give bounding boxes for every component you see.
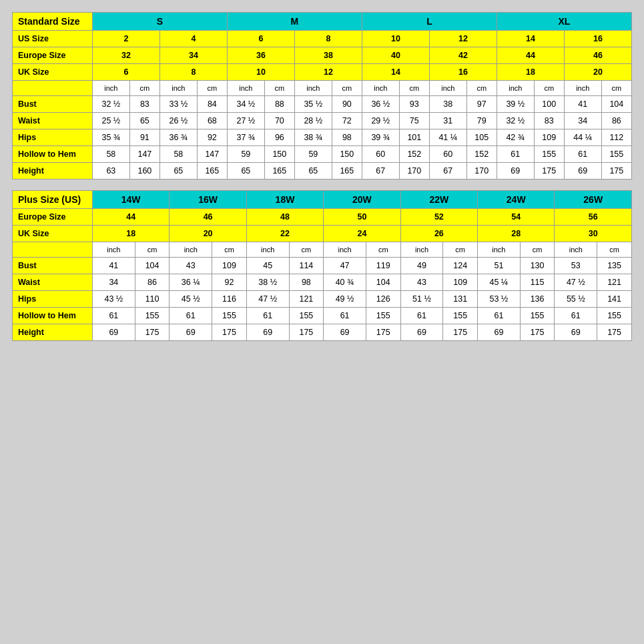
hips-m6-cm: 96: [264, 129, 294, 146]
unit-spacer: [13, 81, 93, 96]
unit-inch: inch: [227, 81, 264, 96]
pw-20w-cm: 104: [366, 274, 400, 291]
waist-xl16-inch: 34: [564, 113, 601, 129]
uk-8: 8: [159, 64, 227, 81]
plus-hollow-to-hem-label: Hollow to Hem: [13, 308, 93, 324]
eu-36: 36: [227, 47, 294, 64]
bust-m6-inch: 34 ½: [227, 96, 264, 113]
eu-46: 46: [564, 47, 631, 64]
unit-inch: inch: [429, 81, 466, 96]
uk-14: 14: [362, 64, 429, 81]
ph-18w-inch: 47 ½: [246, 291, 289, 308]
us-size-14: 14: [497, 31, 564, 47]
waist-s4-cm: 68: [197, 113, 227, 129]
plus-eu-56: 56: [555, 209, 632, 226]
bust-xl16-cm: 104: [601, 96, 631, 113]
pw-14w-inch: 34: [93, 274, 135, 291]
ht-m6-cm: 165: [264, 163, 294, 180]
ph-16w-cm: 116: [212, 291, 247, 308]
hips-s4-inch: 36 ¾: [159, 129, 197, 146]
plus-eu-54: 54: [478, 209, 555, 226]
ph2h-24w-cm: 155: [520, 308, 555, 324]
hips-m6-inch: 37 ¾: [227, 129, 264, 146]
pht-14w-cm: 175: [135, 324, 170, 341]
pht-18w-inch: 69: [246, 324, 289, 341]
pw-18w-inch: 38 ½: [246, 274, 289, 291]
standard-size-label: Standard Size: [13, 13, 93, 31]
waist-l10-inch: 29 ½: [362, 113, 399, 129]
bust-xl14-cm: 100: [534, 96, 564, 113]
waist-xl16-cm: 86: [601, 113, 631, 129]
eu-42: 42: [429, 47, 497, 64]
h2h-l12-cm: 152: [466, 146, 497, 163]
waist-l10-cm: 75: [399, 113, 429, 129]
ht-xl14-inch: 69: [497, 163, 534, 180]
waist-s4-inch: 26 ½: [159, 113, 197, 129]
plus-waist-label: Waist: [13, 274, 93, 291]
pw-26w-cm: 121: [597, 274, 632, 291]
plus-uk-18: 18: [93, 226, 170, 242]
hips-xl16-inch: 44 ¼: [564, 129, 601, 146]
ht-m6-inch: 65: [227, 163, 264, 180]
eu-44: 44: [497, 47, 564, 64]
waist-m8-cm: 72: [332, 113, 362, 129]
plus-unit-inch: inch: [170, 242, 212, 258]
pht-24w-cm: 175: [520, 324, 555, 341]
plus-bust-label: Bust: [13, 258, 93, 274]
size-14w: 14W: [93, 191, 170, 209]
hips-xl16-cm: 112: [601, 129, 631, 146]
waist-xl14-inch: 32 ½: [497, 113, 534, 129]
plus-unit-inch: inch: [324, 242, 366, 258]
ht-s2-inch: 63: [93, 163, 130, 180]
h2h-s4-inch: 58: [159, 146, 197, 163]
ph2h-18w-cm: 155: [289, 308, 324, 324]
h2h-m8-cm: 150: [332, 146, 362, 163]
h2h-l10-cm: 152: [399, 146, 429, 163]
pb-22w-cm: 124: [443, 258, 478, 274]
eu-34: 34: [159, 47, 227, 64]
pw-24w-cm: 115: [520, 274, 555, 291]
waist-m6-inch: 27 ½: [227, 113, 264, 129]
plus-uk-size-label: UK Size: [13, 226, 93, 242]
plus-eu-44: 44: [93, 209, 170, 226]
ph-24w-inch: 53 ½: [478, 291, 521, 308]
ph2h-16w-inch: 61: [170, 308, 212, 324]
bust-m8-cm: 90: [332, 96, 362, 113]
pb-20w-cm: 119: [366, 258, 400, 274]
ph2h-18w-inch: 61: [246, 308, 289, 324]
plus-unit-cm: cm: [366, 242, 400, 258]
bust-s2-inch: 32 ½: [93, 96, 130, 113]
ph2h-20w-inch: 61: [324, 308, 366, 324]
standard-size-table: Standard Size S M L XL US Size 2 4 6 8 1…: [12, 12, 632, 180]
us-size-10: 10: [362, 31, 429, 47]
us-size-2: 2: [93, 31, 160, 47]
h2h-m6-cm: 150: [264, 146, 294, 163]
plus-unit-inch: inch: [555, 242, 597, 258]
unit-inch: inch: [159, 81, 197, 96]
h2h-xl14-cm: 155: [534, 146, 564, 163]
size-20w: 20W: [324, 191, 400, 209]
ph-18w-cm: 121: [289, 291, 324, 308]
uk-18: 18: [497, 64, 564, 81]
unit-inch: inch: [497, 81, 534, 96]
unit-cm: cm: [601, 81, 631, 96]
pb-16w-inch: 43: [170, 258, 212, 274]
pb-24w-inch: 51: [478, 258, 521, 274]
bust-l12-inch: 38: [429, 96, 466, 113]
ph2h-16w-cm: 155: [212, 308, 247, 324]
s-header: S: [93, 13, 228, 31]
uk-16: 16: [429, 64, 497, 81]
hollow-to-hem-label: Hollow to Hem: [13, 146, 93, 163]
us-size-12: 12: [429, 31, 497, 47]
plus-uk-20: 20: [170, 226, 246, 242]
pht-20w-inch: 69: [324, 324, 366, 341]
pw-16w-inch: 36 ¼: [170, 274, 212, 291]
pht-26w-inch: 69: [555, 324, 597, 341]
ph-22w-cm: 131: [443, 291, 478, 308]
waist-l12-cm: 79: [466, 113, 497, 129]
hips-l12-cm: 105: [466, 129, 497, 146]
pht-22w-inch: 69: [400, 324, 443, 341]
plus-unit-inch: inch: [478, 242, 521, 258]
uk-10: 10: [227, 64, 294, 81]
plus-unit-cm: cm: [597, 242, 632, 258]
